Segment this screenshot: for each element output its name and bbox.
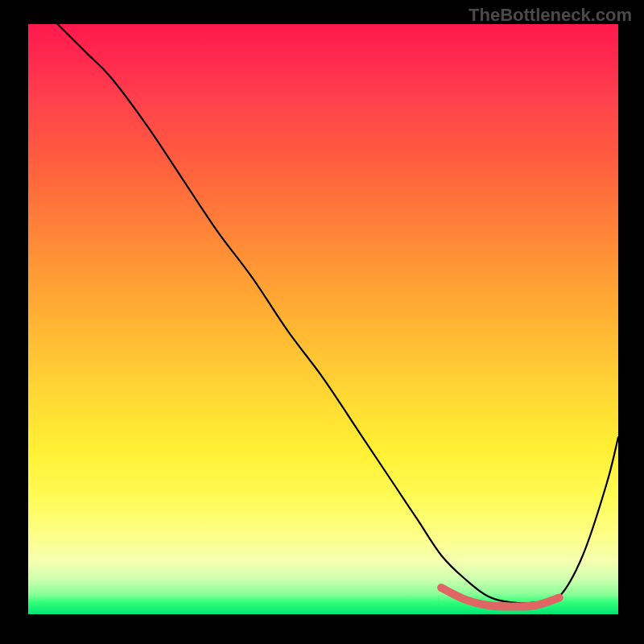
chart-svg (28, 24, 618, 614)
bottleneck-curve (58, 24, 618, 603)
watermark-text: TheBottleneck.com (469, 5, 632, 26)
optimal-range-marker (441, 588, 559, 607)
chart-plot-area (28, 24, 618, 614)
